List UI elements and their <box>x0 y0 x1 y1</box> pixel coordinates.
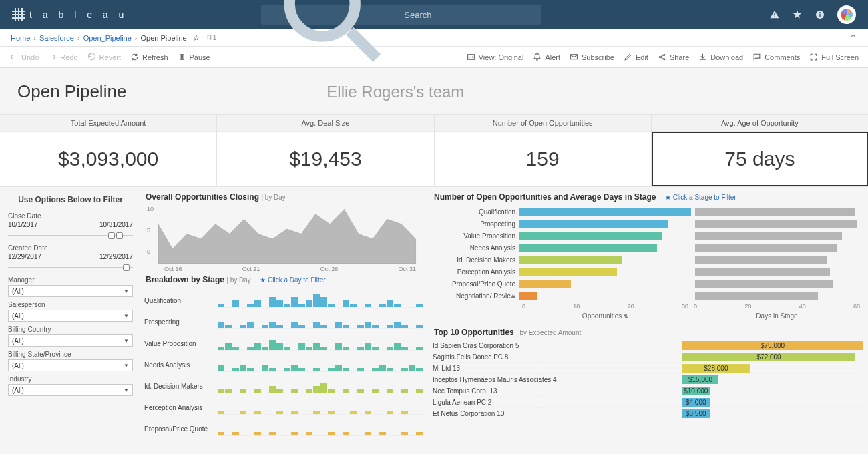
crumb-open-pipeline-wb[interactable]: Open_Pipeline <box>83 34 132 42</box>
chevron-down-icon: ▼ <box>124 313 129 319</box>
dashboard-subtitle: Ellie Rogers's team <box>327 83 464 101</box>
top10-row[interactable]: Nec Tempus Corp. 13 $10,000 <box>433 385 863 397</box>
svg-rect-8 <box>182 55 184 60</box>
dashboard-title: Open Pipeline <box>17 81 126 102</box>
svg-rect-6 <box>819 12 820 13</box>
area-chart-svg <box>144 204 423 264</box>
area-chart-title: Overall Opportunities Closing | by Day <box>144 190 423 204</box>
breakdown-chart[interactable]: QualificationProspectingValue Propositio… <box>144 287 423 439</box>
filter-dropdown-0[interactable]: (All)▼ <box>8 285 133 297</box>
breakdown-row[interactable]: Needs Analysis <box>144 354 423 375</box>
kpi-total-expected[interactable]: Total Expected Amount$3,093,000 <box>0 115 217 186</box>
area-x-axis: Oct 16Oct 21Oct 26Oct 31 <box>144 264 423 272</box>
undo-button[interactable]: Undo <box>9 53 39 61</box>
kpi-row: Total Expected Amount$3,093,000 Avg. Dea… <box>0 114 868 187</box>
pause-button[interactable]: Pause <box>178 53 210 61</box>
download-button[interactable]: Download <box>698 53 743 61</box>
filter-panel: Use Options Below to Filter Close Date 1… <box>0 187 140 441</box>
svg-rect-7 <box>180 55 181 60</box>
top10-row[interactable]: Sagittis Felis Donec PC 8 $72,000 <box>433 351 863 363</box>
tableau-logo[interactable]: t a b l e a u <box>12 8 128 21</box>
crumb-current: Open Pipeline <box>141 34 187 42</box>
hbar-row[interactable]: Proposal/Price Quote <box>433 278 863 290</box>
chevron-down-icon: ▼ <box>124 363 129 369</box>
share-button[interactable]: Share <box>658 53 689 61</box>
search-box[interactable] <box>261 5 541 25</box>
brand-text: t a b l e a u <box>29 9 128 20</box>
view-button[interactable]: View: Original <box>467 53 524 61</box>
right-column: Number of Open Opportunities and Average… <box>427 187 868 441</box>
breadcrumb: Home› Salesforce› Open_Pipeline› Open Pi… <box>0 29 868 47</box>
subscribe-button[interactable]: Subscribe <box>570 53 614 61</box>
star-icon[interactable] <box>792 9 803 20</box>
svg-point-12 <box>664 54 665 55</box>
top10-row[interactable]: Mi Ltd 13 $28,000 <box>433 363 863 374</box>
svg-point-11 <box>659 56 660 57</box>
hbar-row[interactable]: Prospecting <box>433 218 863 230</box>
breakdown-row[interactable]: Perception Analysis <box>144 397 423 418</box>
crumb-home[interactable]: Home <box>11 34 30 42</box>
search-input[interactable] <box>404 10 535 20</box>
tag-icon <box>206 34 213 42</box>
created-date-label: Created Date <box>8 244 133 252</box>
hbar-chart[interactable]: Qualification Prospecting Value Proposit… <box>433 204 863 302</box>
filter-label-3: Billing State/Province <box>8 351 133 358</box>
crumb-salesforce[interactable]: Salesforce <box>39 34 74 42</box>
dashboard-title-bar: Open Pipeline Ellie Rogers's team <box>0 68 868 114</box>
revert-button[interactable]: Revert <box>87 53 121 61</box>
avatar-icon <box>841 9 853 21</box>
info-icon[interactable] <box>815 9 825 20</box>
svg-rect-5 <box>819 14 820 17</box>
topbar: t a b l e a u <box>0 0 868 29</box>
redo-button[interactable]: Redo <box>48 53 77 61</box>
svg-rect-2 <box>774 13 775 15</box>
area-chart[interactable]: 10 5 0 <box>144 204 423 264</box>
filter-label-2: Billing Country <box>8 326 133 333</box>
filter-heading: Use Options Below to Filter <box>8 191 133 208</box>
hbar-row[interactable]: Qualification <box>433 206 863 218</box>
top10-row[interactable]: Inceptos Hymenaeos Mauris Associates 4 $… <box>433 374 863 385</box>
top10-row[interactable]: Et Netus Corporation 10 $3,500 <box>433 408 863 419</box>
refresh-button[interactable]: Refresh <box>130 53 168 61</box>
edit-button[interactable]: Edit <box>624 53 648 61</box>
breakdown-row[interactable]: Qualification <box>144 290 423 311</box>
hbar-title: Number of Open Opportunities and Average… <box>433 190 863 204</box>
star-outline-icon[interactable] <box>192 34 200 42</box>
hbar-axis: 0102030 0204060 <box>433 302 863 311</box>
views-count-badge: 1 <box>206 34 217 42</box>
filter-dropdown-1[interactable]: (All)▼ <box>8 310 133 322</box>
hbar-row[interactable]: Id. Decision Makers <box>433 254 863 266</box>
alert-triangle-icon[interactable] <box>769 9 780 20</box>
close-date-slider[interactable] <box>8 231 133 240</box>
close-date-label: Close Date <box>8 212 133 220</box>
fullscreen-button[interactable]: Full Screen <box>809 53 859 61</box>
svg-point-13 <box>664 59 665 60</box>
alert-button[interactable]: Alert <box>533 53 560 61</box>
breakdown-row[interactable]: Value Proposition <box>144 332 423 354</box>
dashboard: Open Pipeline Ellie Rogers's team Total … <box>0 68 868 441</box>
hbar-row[interactable]: Value Proposition <box>433 230 863 242</box>
breakdown-title: Breakdown by Stage | by Day Click a Day … <box>144 272 423 287</box>
chevron-down-icon: ▼ <box>124 387 129 393</box>
filter-dropdown-2[interactable]: (All)▼ <box>8 334 133 347</box>
toolbar: Undo Redo Revert Refresh Pause View: Ori… <box>0 47 868 68</box>
kpi-avg-age[interactable]: Avg. Age of Opportunity75 days <box>652 115 868 186</box>
filter-dropdown-3[interactable]: (All)▼ <box>8 359 133 371</box>
comments-button[interactable]: Comments <box>752 53 800 61</box>
chevron-down-icon: ▼ <box>124 338 129 344</box>
middle-column: Overall Opportunities Closing | by Day 1… <box>140 187 427 441</box>
hbar-row[interactable]: Negotiation/ Review <box>433 290 863 302</box>
collapse-icon[interactable]: ⌃ <box>849 33 857 43</box>
hbar-row[interactable]: Needs Analysis <box>433 242 863 254</box>
filter-dropdown-4[interactable]: (All)▼ <box>8 384 133 396</box>
top10-row[interactable]: Id Sapien Cras Corporation 5 $75,000 <box>433 340 863 351</box>
breakdown-row[interactable]: Proposal/Price Quote <box>144 418 423 439</box>
hbar-row[interactable]: Perception Analysis <box>433 266 863 278</box>
breakdown-row[interactable]: Id. Decision Makers <box>144 375 423 397</box>
kpi-open-opps[interactable]: Number of Open Opportunities159 <box>435 115 652 186</box>
kpi-avg-deal-size[interactable]: Avg. Deal Size$19,453 <box>217 115 434 186</box>
avatar[interactable] <box>837 5 856 24</box>
created-date-slider[interactable] <box>8 263 133 272</box>
breakdown-row[interactable]: Prospecting <box>144 311 423 332</box>
top10-row[interactable]: Ligula Aenean PC 2 $4,000 <box>433 397 863 408</box>
